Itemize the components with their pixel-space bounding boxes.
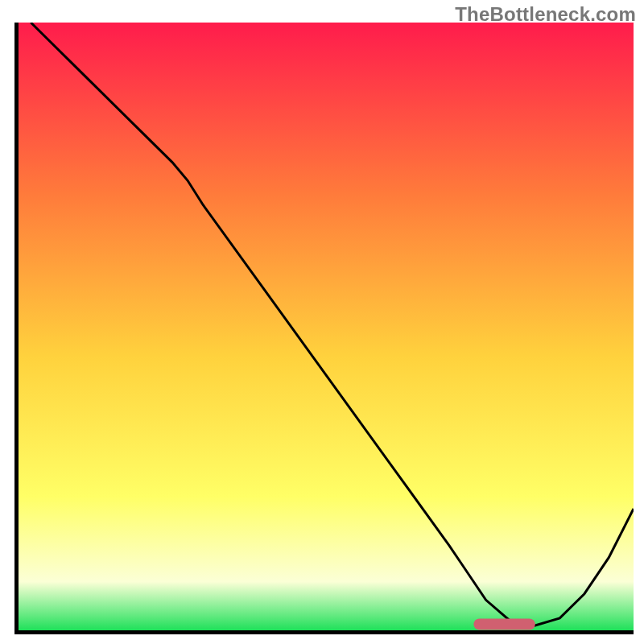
svg-rect-0 [19, 23, 634, 630]
plot-area [19, 23, 634, 630]
background-gradient [19, 23, 634, 630]
plot-frame [14, 23, 634, 634]
chart-root: TheBottleneck.com [0, 0, 644, 644]
